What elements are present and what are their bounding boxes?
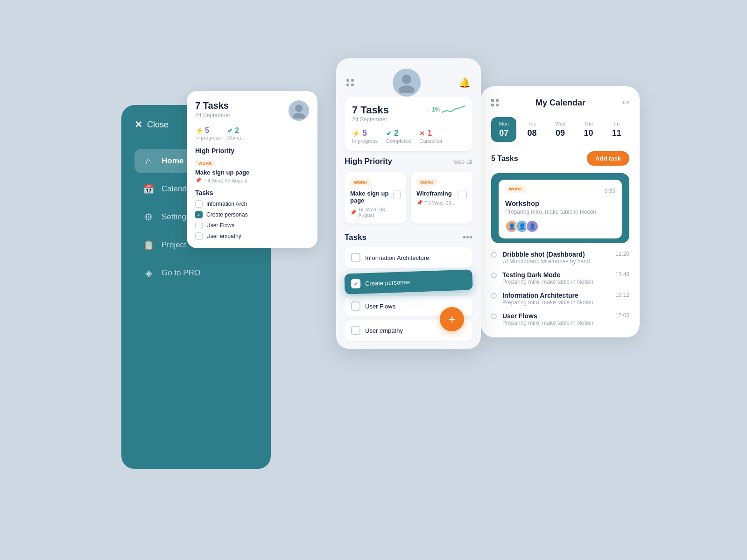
x-icon-mid: ✕ — [419, 130, 425, 137]
cal-grid-icon — [491, 99, 499, 106]
day-num-thu: 10 — [584, 128, 593, 138]
schedule-list: Dribbble shot (Dashboard) 11:20 UI Moodb… — [491, 251, 629, 326]
task-label-4: User empathy — [365, 327, 403, 334]
hp-checkbox-1[interactable] — [393, 190, 401, 199]
checkbox-4[interactable] — [351, 326, 360, 335]
sched-title-1: Dribbble shot (Dashboard) — [502, 251, 585, 258]
stat-cancelled-label: Cancelled — [419, 138, 442, 144]
sched-item-3[interactable]: Information Architecture 15:12 Preparing… — [491, 292, 629, 306]
day-name-mon: Mon — [499, 121, 509, 126]
stat-completed-label: Completed — [386, 138, 411, 144]
sched-title-2: Testing Dark Mode — [502, 271, 560, 279]
see-all-link[interactable]: See all — [454, 158, 472, 165]
task-label-2: Create personas — [365, 278, 410, 287]
task-item-2[interactable]: ✔ Create personas — [344, 269, 472, 294]
cal-day-mon[interactable]: Mon 07 — [491, 117, 516, 142]
workshop-title: Workshop — [505, 199, 615, 207]
check-icon: ✔ — [227, 127, 233, 134]
mini-completed-val: 2 — [235, 126, 239, 135]
task-label: Information Arch — [206, 201, 247, 207]
task-label: User empathy — [206, 233, 241, 239]
avatar-3: 👤 — [526, 220, 539, 233]
diamond-icon: ◈ — [143, 267, 154, 279]
workshop-card[interactable]: WORK 9:35 Workshop Preparing miro, make … — [499, 180, 622, 238]
hp-card-2[interactable]: WORK Wireframing 📌 Till Wed, 03... — [411, 172, 472, 224]
mini-tasks-label: Tasks — [195, 189, 309, 196]
mini-avatar — [289, 100, 309, 121]
nav-label-settings: Settings — [162, 212, 190, 222]
cal-day-thu[interactable]: Thu 10 — [576, 117, 601, 142]
sched-title-3: Information Architecture — [502, 292, 578, 299]
mini-inprogress-val: 5 — [205, 126, 209, 135]
tasks-summary-card: 7 Tasks 24 September ↑ 1% — [345, 97, 472, 151]
sched-sub-2: Preparing miro, make table in Notion — [502, 279, 629, 285]
svg-point-2 — [402, 75, 411, 84]
task-label: Create personas — [206, 211, 248, 218]
list-item[interactable]: Create personas — [195, 211, 309, 218]
hp-card-due-1: 📌 Till Wed, 03 August — [350, 207, 401, 218]
main-card: 🔔 7 Tasks 24 September ↑ 1% — [336, 58, 481, 349]
calendar-days: Mon 07 Tue 08 Wed 09 Thu 10 Fri 11 — [491, 117, 629, 142]
cal-day-wed[interactable]: Wed 09 — [548, 117, 573, 142]
cal-day-tue[interactable]: Tue 08 — [519, 117, 544, 142]
tasks-title: Tasks — [345, 233, 366, 242]
sched-sub-4: Preparing miro, make table in Notion — [502, 320, 629, 326]
sched-item-2[interactable]: Testing Dark Mode 13:48 Preparing miro, … — [491, 271, 629, 285]
mini-task-due: Till Wed, 03 August — [204, 178, 247, 183]
nav-item-pro[interactable]: ◈ Go to PRO — [134, 261, 258, 285]
cal-day-fri[interactable]: Fri 11 — [604, 117, 629, 142]
mini-completed-label: Comp... — [227, 135, 246, 140]
main-task-count: 7 Tasks — [352, 104, 389, 116]
sched-item-1[interactable]: Dribbble shot (Dashboard) 11:20 UI Moodb… — [491, 251, 629, 265]
work-badge-2: WORK — [416, 179, 437, 186]
workshop-card-bg: WORK 9:35 Workshop Preparing miro, make … — [491, 173, 629, 243]
day-name-wed: Wed — [555, 121, 565, 126]
list-item[interactable]: Information Arch — [195, 200, 309, 208]
checkbox[interactable] — [195, 200, 203, 208]
checkbox-1[interactable] — [351, 253, 360, 262]
stat-inprogress-label: In progress — [352, 138, 378, 144]
svg-point-0 — [295, 105, 303, 112]
sched-time-4: 17:00 — [615, 312, 629, 319]
sched-dot-1 — [491, 252, 497, 258]
list-item[interactable]: User empathy — [195, 232, 309, 240]
add-task-button[interactable]: Add task — [587, 151, 629, 166]
checkbox[interactable] — [195, 232, 203, 240]
main-avatar — [393, 69, 421, 97]
svg-point-3 — [399, 85, 415, 93]
checkbox-checked[interactable] — [195, 211, 203, 218]
mini-task-list: Information Arch Create personas User Fl… — [195, 200, 309, 240]
mini-inprogress-label: In progress — [195, 135, 221, 140]
more-options-button[interactable]: ••• — [463, 232, 472, 243]
hp-card-title-1: Make sign up page — [350, 190, 393, 204]
stat-completed-val: 2 — [394, 128, 399, 138]
checkbox[interactable] — [195, 222, 203, 229]
hp-checkbox-2[interactable] — [458, 190, 467, 199]
hp-card-1[interactable]: WORK Make sign up page 📌 Till Wed, 03 Au… — [345, 172, 406, 224]
trend-pct: ↑ 1% — [427, 106, 440, 113]
hp-card-title-2: Wireframing — [416, 190, 452, 197]
sched-item-4[interactable]: User Flows 17:00 Preparing miro, make ta… — [491, 312, 629, 326]
edit-icon[interactable]: ✏ — [622, 98, 629, 108]
list-item[interactable]: User Flows — [195, 222, 309, 229]
checkbox-2[interactable]: ✔ — [351, 279, 361, 289]
home-icon: ⌂ — [143, 155, 154, 167]
sched-title-4: User Flows — [502, 312, 537, 320]
close-label: Close — [147, 120, 169, 130]
task-label: User Flows — [206, 222, 234, 229]
check-icon-mid: ✔ — [386, 130, 392, 137]
sched-dot-4 — [491, 314, 497, 319]
day-name-thu: Thu — [584, 121, 593, 126]
calendar-title: My Calendar — [536, 98, 585, 108]
sched-dot-2 — [491, 273, 497, 278]
bell-icon[interactable]: 🔔 — [459, 77, 471, 88]
add-task-fab[interactable]: + — [440, 307, 464, 331]
pin-icon-hp: 📌 — [350, 210, 357, 216]
svg-point-1 — [293, 113, 305, 119]
sched-sub-3: Preparing miro, make table in Notion — [502, 299, 629, 306]
workshop-subtitle: Preparing miro, make table in Notion — [505, 209, 615, 215]
calendar-panel: My Calendar ✏ Mon 07 Tue 08 Wed 09 Thu — [481, 86, 640, 337]
grid-icon — [346, 79, 354, 86]
task-item-1[interactable]: Information Architecture — [345, 247, 472, 268]
checkbox-3[interactable] — [351, 301, 360, 311]
